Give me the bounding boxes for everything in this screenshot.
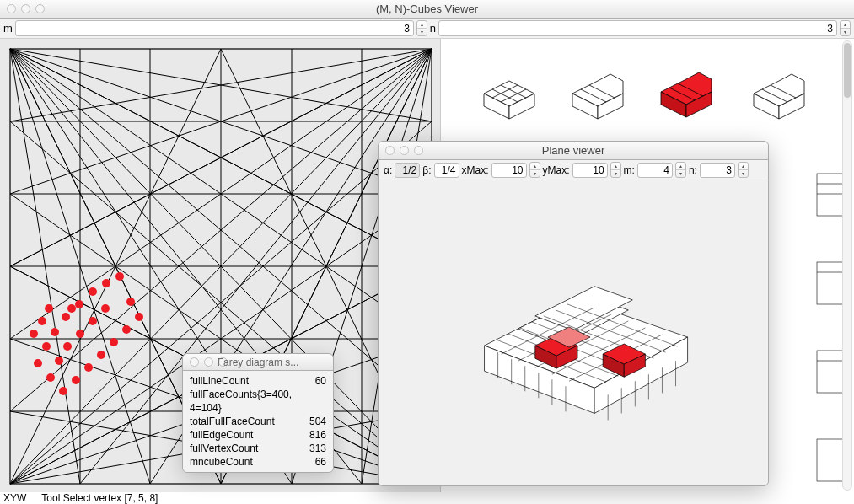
plane-m-label: m: (624, 164, 635, 176)
stats-label: mncubeCount (190, 455, 253, 469)
step-up-icon[interactable]: ▴ (530, 163, 540, 170)
svg-point-53 (115, 272, 124, 281)
zoom-icon[interactable] (218, 357, 228, 367)
svg-point-74 (55, 357, 63, 365)
cube-thumb[interactable] (754, 74, 804, 119)
close-icon[interactable] (7, 4, 16, 13)
ymax-input[interactable] (572, 163, 608, 178)
stats-value: 60 (315, 374, 326, 388)
statusbar: XYW Tool Select vertex [7, 5, 8] (0, 492, 854, 504)
beta-label: β: (422, 164, 431, 176)
svg-point-63 (72, 376, 80, 384)
plane-m-stepper[interactable]: ▴▾ (675, 162, 686, 178)
plane-viewer-titlebar[interactable]: Plane viewer (379, 142, 768, 160)
m-label: m (3, 22, 13, 35)
svg-point-55 (62, 313, 70, 321)
ymax-label: yMax: (543, 164, 570, 176)
xmax-label: xMax: (462, 164, 489, 176)
cube-thumb[interactable] (572, 74, 623, 119)
stats-value: 816 (309, 428, 326, 442)
stats-row: fullEdgeCount816 (190, 428, 326, 442)
minimize-icon[interactable] (21, 4, 30, 13)
m-stepper[interactable]: ▴ ▾ (416, 20, 427, 36)
stats-value: 313 (309, 442, 326, 455)
xmax-input[interactable] (491, 163, 527, 178)
step-down-icon[interactable]: ▾ (611, 170, 620, 177)
n-step-up-icon[interactable]: ▴ (841, 21, 850, 29)
svg-point-69 (126, 298, 135, 306)
step-down-icon[interactable]: ▾ (530, 170, 540, 177)
plane-viewer-title: Plane viewer (379, 144, 768, 157)
svg-point-58 (30, 330, 38, 338)
xmax-stepper[interactable]: ▴▾ (529, 162, 540, 178)
svg-point-64 (84, 363, 93, 372)
svg-point-73 (63, 342, 72, 351)
svg-point-75 (67, 304, 76, 313)
alpha-input[interactable] (395, 163, 420, 178)
svg-point-71 (89, 317, 97, 325)
n-label: n (430, 22, 436, 35)
cube-thumb[interactable] (661, 72, 712, 117)
gallery-scrollbar[interactable] (842, 40, 852, 491)
m-step-up-icon[interactable]: ▴ (417, 21, 427, 29)
stats-row: mncubeCount66 (190, 455, 326, 469)
n-input[interactable] (438, 20, 837, 36)
svg-point-57 (38, 317, 46, 325)
svg-point-51 (89, 287, 97, 296)
stats-label: fullFaceCounts{3=400, 4=104} (190, 388, 316, 415)
svg-point-60 (34, 359, 42, 367)
plane-m-input[interactable] (637, 163, 673, 178)
stats-value: 66 (315, 455, 326, 469)
stats-row: totalFullFaceCount504 (190, 415, 326, 428)
svg-point-52 (102, 279, 110, 287)
plane-canvas[interactable] (379, 180, 768, 485)
stats-row: fullVertexCount313 (190, 442, 326, 455)
status-xyw: XYW (3, 492, 26, 504)
svg-point-76 (45, 304, 53, 313)
main-titlebar: (M, N)-Cubes Viewer (0, 0, 854, 19)
selected-vertices (30, 272, 143, 395)
svg-point-68 (135, 313, 143, 321)
ymax-stepper[interactable]: ▴▾ (610, 162, 621, 178)
step-up-icon[interactable]: ▴ (739, 163, 748, 170)
svg-point-70 (101, 304, 110, 313)
traffic-lights (379, 146, 423, 155)
svg-point-66 (110, 338, 118, 346)
farey-stats-content: fullLineCount60fullFaceCounts{3=400, 4=1… (183, 371, 333, 472)
m-step-down-icon[interactable]: ▾ (417, 29, 427, 35)
svg-point-56 (51, 328, 59, 336)
main-toolbar: m ▴ ▾ n ▴ ▾ (0, 19, 854, 39)
n-step-down-icon[interactable]: ▾ (841, 29, 850, 35)
zoom-icon[interactable] (414, 146, 423, 155)
svg-point-67 (122, 325, 131, 334)
alpha-label: α: (384, 164, 392, 176)
traffic-lights (0, 4, 45, 13)
step-down-icon[interactable]: ▾ (739, 170, 748, 177)
svg-point-72 (76, 330, 84, 338)
m-input[interactable] (15, 20, 414, 36)
n-stepper[interactable]: ▴ ▾ (840, 20, 851, 36)
close-icon[interactable] (385, 146, 395, 155)
minimize-icon[interactable] (204, 357, 213, 367)
stats-label: fullLineCount (190, 374, 249, 388)
svg-point-54 (75, 300, 83, 308)
step-down-icon[interactable]: ▾ (676, 170, 685, 177)
svg-point-65 (97, 351, 105, 359)
zoom-icon[interactable] (35, 4, 45, 13)
plane-n-label: n: (689, 164, 697, 176)
farey-stats-window[interactable]: Farey diagram s... fullLineCount60fullFa… (182, 353, 334, 473)
beta-input[interactable] (434, 163, 459, 178)
svg-point-62 (59, 387, 67, 395)
close-icon[interactable] (190, 357, 199, 367)
minimize-icon[interactable] (400, 146, 409, 155)
plane-n-stepper[interactable]: ▴▾ (738, 162, 749, 178)
step-up-icon[interactable]: ▴ (611, 163, 620, 170)
svg-point-61 (46, 373, 55, 382)
traffic-lights (183, 357, 228, 367)
cube-thumb[interactable] (484, 81, 534, 119)
farey-stats-titlebar[interactable]: Farey diagram s... (183, 354, 333, 371)
stats-row: fullFaceCounts{3=400, 4=104} (190, 388, 326, 415)
plane-n-input[interactable] (700, 163, 735, 178)
step-up-icon[interactable]: ▴ (676, 163, 685, 170)
plane-viewer-window[interactable]: Plane viewer α: β: xMax: ▴▾ yMax: ▴▾ m: … (378, 141, 769, 486)
